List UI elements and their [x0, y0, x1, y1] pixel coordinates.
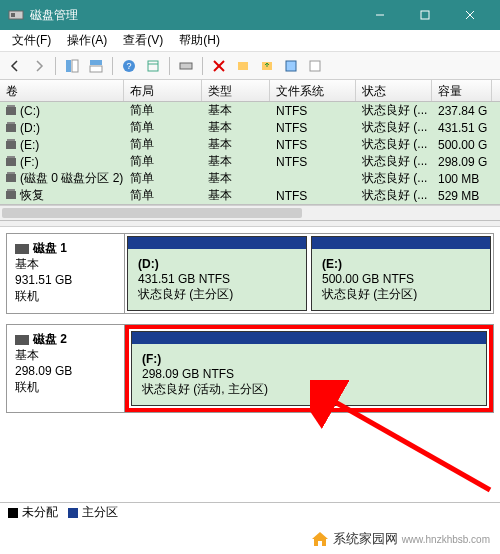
- legend: 未分配 主分区: [0, 502, 500, 522]
- svg-rect-8: [90, 60, 102, 65]
- volume-row[interactable]: 恢复简单基本NTFS状态良好 (...529 MB: [0, 187, 500, 204]
- menubar: 文件(F) 操作(A) 查看(V) 帮助(H): [0, 30, 500, 52]
- menu-file[interactable]: 文件(F): [4, 30, 59, 51]
- swatch-unallocated: [8, 508, 18, 518]
- action-button-3[interactable]: [280, 55, 302, 77]
- partitions: (D:)431.51 GB NTFS状态良好 (主分区)(E:)500.00 G…: [125, 234, 493, 313]
- svg-rect-19: [286, 61, 296, 71]
- svg-rect-20: [310, 61, 320, 71]
- volume-list: (C:)简单基本NTFS状态良好 (...237.84 G(D:)简单基本NTF…: [0, 102, 500, 205]
- watermark-text: 系统家园网: [333, 530, 398, 548]
- partition[interactable]: (D:)431.51 GB NTFS状态良好 (主分区): [127, 236, 307, 311]
- disk-row: 磁盘 2基本298.09 GB联机(F:)298.09 GB NTFS状态良好 …: [6, 324, 494, 413]
- watermark-url: www.hnzkhbsb.com: [402, 534, 490, 545]
- svg-rect-3: [421, 11, 429, 19]
- menu-action[interactable]: 操作(A): [59, 30, 115, 51]
- disk-info[interactable]: 磁盘 2基本298.09 GB联机: [7, 325, 125, 412]
- toolbar: ?: [0, 52, 500, 80]
- action-button-4[interactable]: [304, 55, 326, 77]
- volume-row[interactable]: (磁盘 0 磁盘分区 2)简单基本状态良好 (...100 MB: [0, 170, 500, 187]
- svg-rect-7: [72, 60, 78, 72]
- col-type[interactable]: 类型: [202, 80, 270, 101]
- volume-row[interactable]: (F:)简单基本NTFS状态良好 (...298.09 G: [0, 153, 500, 170]
- disk-row: 磁盘 1基本931.51 GB联机(D:)431.51 GB NTFS状态良好 …: [6, 233, 494, 314]
- disk-info[interactable]: 磁盘 1基本931.51 GB联机: [7, 234, 125, 313]
- partition[interactable]: (E:)500.00 GB NTFS状态良好 (主分区): [311, 236, 491, 311]
- action-button-2[interactable]: [256, 55, 278, 77]
- titlebar: 磁盘管理: [0, 0, 500, 30]
- close-button[interactable]: [447, 0, 492, 30]
- graphical-view: 磁盘 1基本931.51 GB联机(D:)431.51 GB NTFS状态良好 …: [0, 227, 500, 429]
- volume-row[interactable]: (D:)简单基本NTFS状态良好 (...431.51 G: [0, 119, 500, 136]
- watermark: 系统家园网 www.hnzkhbsb.com: [307, 528, 494, 550]
- swatch-primary: [68, 508, 78, 518]
- menu-help[interactable]: 帮助(H): [171, 30, 228, 51]
- window-title: 磁盘管理: [30, 7, 78, 24]
- view-button-2[interactable]: [85, 55, 107, 77]
- col-volume[interactable]: 卷: [0, 80, 124, 101]
- svg-rect-1: [11, 13, 15, 17]
- svg-rect-6: [66, 60, 71, 72]
- volume-row[interactable]: (C:)简单基本NTFS状态良好 (...237.84 G: [0, 102, 500, 119]
- legend-primary: 主分区: [82, 504, 118, 521]
- watermark-logo-icon: [311, 531, 329, 547]
- partition[interactable]: (F:)298.09 GB NTFS状态良好 (活动, 主分区): [131, 331, 487, 406]
- col-filesystem[interactable]: 文件系统: [270, 80, 356, 101]
- svg-rect-14: [180, 63, 192, 69]
- back-button[interactable]: [4, 55, 26, 77]
- column-headers: 卷 布局 类型 文件系统 状态 容量: [0, 80, 500, 102]
- forward-button[interactable]: [28, 55, 50, 77]
- help-button[interactable]: ?: [118, 55, 140, 77]
- col-layout[interactable]: 布局: [124, 80, 202, 101]
- partitions: (F:)298.09 GB NTFS状态良好 (活动, 主分区): [125, 325, 493, 412]
- col-capacity[interactable]: 容量: [432, 80, 492, 101]
- maximize-button[interactable]: [402, 0, 447, 30]
- app-icon: [8, 7, 24, 23]
- disk-button[interactable]: [175, 55, 197, 77]
- legend-unallocated: 未分配: [22, 504, 58, 521]
- volume-row[interactable]: (E:)简单基本NTFS状态良好 (...500.00 G: [0, 136, 500, 153]
- svg-text:?: ?: [126, 61, 131, 71]
- menu-view[interactable]: 查看(V): [115, 30, 171, 51]
- svg-rect-9: [90, 66, 102, 72]
- action-button-1[interactable]: [232, 55, 254, 77]
- refresh-button[interactable]: [142, 55, 164, 77]
- delete-button[interactable]: [208, 55, 230, 77]
- minimize-button[interactable]: [357, 0, 402, 30]
- horizontal-scrollbar[interactable]: [0, 205, 500, 221]
- view-button-1[interactable]: [61, 55, 83, 77]
- svg-rect-17: [238, 62, 248, 70]
- svg-rect-12: [148, 61, 158, 71]
- col-status[interactable]: 状态: [356, 80, 432, 101]
